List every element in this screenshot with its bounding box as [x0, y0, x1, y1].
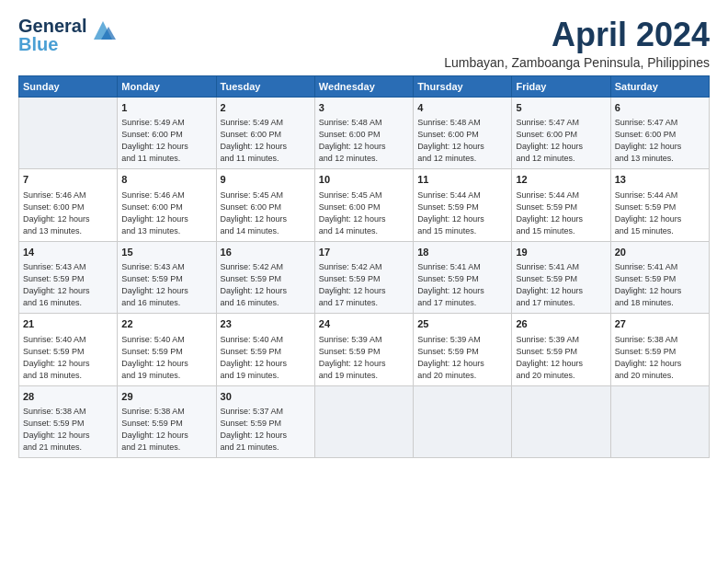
- day-number: 12: [516, 173, 606, 187]
- day-info: Sunrise: 5:49 AM Sunset: 6:00 PM Dayligh…: [221, 117, 311, 165]
- day-info: Sunrise: 5:46 AM Sunset: 6:00 PM Dayligh…: [23, 190, 113, 237]
- calendar-cell: 29Sunrise: 5:38 AM Sunset: 5:59 PM Dayli…: [118, 385, 216, 458]
- calendar-cell: 12Sunrise: 5:44 AM Sunset: 5:59 PM Dayli…: [512, 169, 610, 242]
- header-wednesday: Wednesday: [314, 75, 413, 97]
- header-saturday: Saturday: [610, 75, 709, 97]
- day-info: Sunrise: 5:46 AM Sunset: 6:00 PM Dayligh…: [121, 190, 211, 237]
- day-number: 18: [417, 246, 507, 259]
- day-number: 6: [615, 101, 705, 115]
- day-info: Sunrise: 5:41 AM Sunset: 5:59 PM Dayligh…: [516, 261, 606, 309]
- day-number: 27: [615, 317, 705, 331]
- day-info: Sunrise: 5:48 AM Sunset: 6:00 PM Dayligh…: [417, 117, 507, 165]
- calendar-cell: [414, 385, 512, 458]
- header-sunday: Sunday: [19, 75, 118, 97]
- calendar-week-5: 28Sunrise: 5:38 AM Sunset: 5:59 PM Dayli…: [19, 385, 710, 458]
- logo-icon: [90, 19, 116, 40]
- day-number: 26: [516, 317, 606, 331]
- day-info: Sunrise: 5:39 AM Sunset: 5:59 PM Dayligh…: [516, 334, 606, 382]
- page: General Blue April 2024 Lumbayan, Zamboa…: [0, 0, 728, 563]
- calendar-cell: 15Sunrise: 5:43 AM Sunset: 5:59 PM Dayli…: [118, 241, 216, 314]
- calendar-week-3: 14Sunrise: 5:43 AM Sunset: 5:59 PM Dayli…: [19, 241, 710, 314]
- calendar-header-row: Sunday Monday Tuesday Wednesday Thursday…: [19, 75, 710, 97]
- calendar-cell: 10Sunrise: 5:45 AM Sunset: 6:00 PM Dayli…: [314, 169, 413, 242]
- day-number: 23: [221, 317, 311, 331]
- header-friday: Friday: [512, 75, 610, 97]
- day-number: 19: [516, 246, 606, 259]
- calendar-cell: 23Sunrise: 5:40 AM Sunset: 5:59 PM Dayli…: [216, 314, 314, 386]
- header: General Blue April 2024 Lumbayan, Zamboa…: [18, 17, 710, 70]
- calendar-cell: [314, 385, 413, 458]
- calendar-table: Sunday Monday Tuesday Wednesday Thursday…: [18, 75, 710, 459]
- calendar-cell: 14Sunrise: 5:43 AM Sunset: 5:59 PM Dayli…: [19, 241, 118, 314]
- day-info: Sunrise: 5:47 AM Sunset: 6:00 PM Dayligh…: [615, 117, 705, 165]
- calendar-cell: 17Sunrise: 5:42 AM Sunset: 5:59 PM Dayli…: [314, 241, 413, 314]
- day-number: 16: [221, 246, 311, 259]
- day-number: 14: [23, 246, 113, 259]
- day-number: 24: [319, 317, 409, 331]
- day-number: 21: [23, 317, 113, 331]
- day-number: 10: [319, 173, 409, 187]
- day-info: Sunrise: 5:41 AM Sunset: 5:59 PM Dayligh…: [615, 261, 705, 309]
- calendar-cell: 20Sunrise: 5:41 AM Sunset: 5:59 PM Dayli…: [610, 241, 709, 314]
- day-info: Sunrise: 5:41 AM Sunset: 5:59 PM Dayligh…: [417, 261, 507, 309]
- day-number: 7: [23, 173, 113, 187]
- day-info: Sunrise: 5:44 AM Sunset: 5:59 PM Dayligh…: [615, 190, 705, 237]
- calendar-cell: 16Sunrise: 5:42 AM Sunset: 5:59 PM Dayli…: [216, 241, 314, 314]
- calendar-cell: [19, 97, 118, 169]
- day-info: Sunrise: 5:40 AM Sunset: 5:59 PM Dayligh…: [23, 334, 113, 382]
- calendar-cell: 3Sunrise: 5:48 AM Sunset: 6:00 PM Daylig…: [314, 97, 413, 169]
- calendar-cell: 6Sunrise: 5:47 AM Sunset: 6:00 PM Daylig…: [610, 97, 709, 169]
- day-info: Sunrise: 5:43 AM Sunset: 5:59 PM Dayligh…: [121, 261, 211, 309]
- calendar-cell: 22Sunrise: 5:40 AM Sunset: 5:59 PM Dayli…: [118, 314, 216, 386]
- calendar-cell: 26Sunrise: 5:39 AM Sunset: 5:59 PM Dayli…: [512, 314, 610, 386]
- day-info: Sunrise: 5:44 AM Sunset: 5:59 PM Dayligh…: [516, 190, 606, 237]
- calendar-cell: 24Sunrise: 5:39 AM Sunset: 5:59 PM Dayli…: [314, 314, 413, 386]
- day-number: 3: [319, 101, 409, 115]
- day-info: Sunrise: 5:47 AM Sunset: 6:00 PM Dayligh…: [516, 117, 606, 165]
- calendar-cell: 21Sunrise: 5:40 AM Sunset: 5:59 PM Dayli…: [19, 314, 118, 386]
- day-info: Sunrise: 5:40 AM Sunset: 5:59 PM Dayligh…: [121, 334, 211, 382]
- calendar-week-1: 1Sunrise: 5:49 AM Sunset: 6:00 PM Daylig…: [19, 97, 710, 169]
- day-number: 1: [121, 101, 211, 115]
- day-number: 28: [23, 390, 113, 404]
- day-info: Sunrise: 5:42 AM Sunset: 5:59 PM Dayligh…: [319, 261, 409, 309]
- day-info: Sunrise: 5:40 AM Sunset: 5:59 PM Dayligh…: [221, 334, 311, 382]
- main-title: April 2024: [444, 17, 710, 53]
- day-info: Sunrise: 5:37 AM Sunset: 5:59 PM Dayligh…: [221, 406, 311, 454]
- calendar-week-2: 7Sunrise: 5:46 AM Sunset: 6:00 PM Daylig…: [19, 169, 710, 242]
- calendar-cell: 9Sunrise: 5:45 AM Sunset: 6:00 PM Daylig…: [216, 169, 314, 242]
- day-number: 13: [615, 173, 705, 187]
- calendar-cell: [512, 385, 610, 458]
- day-info: Sunrise: 5:42 AM Sunset: 5:59 PM Dayligh…: [221, 261, 311, 309]
- title-block: April 2024 Lumbayan, Zamboanga Peninsula…: [444, 17, 710, 70]
- calendar-cell: 8Sunrise: 5:46 AM Sunset: 6:00 PM Daylig…: [118, 169, 216, 242]
- calendar-cell: 11Sunrise: 5:44 AM Sunset: 5:59 PM Dayli…: [414, 169, 512, 242]
- calendar-cell: 13Sunrise: 5:44 AM Sunset: 5:59 PM Dayli…: [610, 169, 709, 242]
- day-number: 15: [121, 246, 211, 259]
- day-info: Sunrise: 5:49 AM Sunset: 6:00 PM Dayligh…: [121, 117, 211, 165]
- day-number: 20: [615, 246, 705, 259]
- calendar-cell: 1Sunrise: 5:49 AM Sunset: 6:00 PM Daylig…: [118, 97, 216, 169]
- day-number: 5: [516, 101, 606, 115]
- header-tuesday: Tuesday: [216, 75, 314, 97]
- calendar-week-4: 21Sunrise: 5:40 AM Sunset: 5:59 PM Dayli…: [19, 314, 710, 386]
- logo-general: General: [18, 16, 86, 36]
- day-number: 11: [417, 173, 507, 187]
- day-number: 17: [319, 246, 409, 259]
- calendar-cell: 25Sunrise: 5:39 AM Sunset: 5:59 PM Dayli…: [414, 314, 512, 386]
- day-number: 22: [121, 317, 211, 331]
- day-number: 2: [221, 101, 311, 115]
- day-info: Sunrise: 5:45 AM Sunset: 6:00 PM Dayligh…: [319, 190, 409, 237]
- calendar-cell: [610, 385, 709, 458]
- calendar-cell: 4Sunrise: 5:48 AM Sunset: 6:00 PM Daylig…: [414, 97, 512, 169]
- calendar-cell: 7Sunrise: 5:46 AM Sunset: 6:00 PM Daylig…: [19, 169, 118, 242]
- calendar-cell: 5Sunrise: 5:47 AM Sunset: 6:00 PM Daylig…: [512, 97, 610, 169]
- calendar-cell: 18Sunrise: 5:41 AM Sunset: 5:59 PM Dayli…: [414, 241, 512, 314]
- day-number: 8: [121, 173, 211, 187]
- calendar-cell: 28Sunrise: 5:38 AM Sunset: 5:59 PM Dayli…: [19, 385, 118, 458]
- subtitle: Lumbayan, Zamboanga Peninsula, Philippin…: [444, 55, 710, 70]
- day-number: 30: [221, 390, 311, 404]
- day-info: Sunrise: 5:38 AM Sunset: 5:59 PM Dayligh…: [23, 406, 113, 454]
- day-info: Sunrise: 5:38 AM Sunset: 5:59 PM Dayligh…: [121, 406, 211, 454]
- logo: General Blue: [18, 17, 116, 53]
